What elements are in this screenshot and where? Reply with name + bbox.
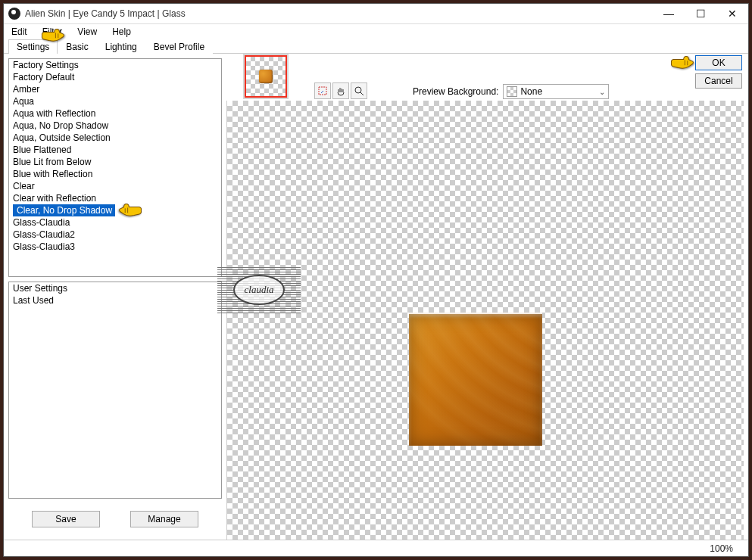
sidebar: Factory SettingsFactory DefaultAmberAqua…: [4, 54, 226, 540]
list-item[interactable]: Amber: [9, 83, 221, 95]
preview-background-control: Preview Background: None ⌄: [413, 84, 609, 99]
list-item[interactable]: Aqua, No Drop Shadow: [9, 120, 221, 132]
thumbnail-strip: [243, 54, 289, 99]
pointer-icon: [669, 54, 695, 70]
hand-tool-icon[interactable]: [332, 82, 349, 99]
preview-bg-swatch: [507, 86, 517, 97]
titlebar: Alien Skin | Eye Candy 5 Impact | Glass …: [4, 4, 748, 24]
list-item[interactable]: Aqua: [9, 95, 221, 107]
svg-line-6: [360, 92, 364, 95]
manage-button[interactable]: Manage: [130, 511, 198, 527]
tab-lighting[interactable]: Lighting: [97, 39, 145, 54]
thumbnail-preview: [259, 70, 273, 83]
window-close-button[interactable]: ✕: [716, 4, 748, 24]
preview-background-label: Preview Background:: [413, 86, 498, 97]
cancel-button[interactable]: Cancel: [695, 73, 742, 89]
dialog-buttons: OK Cancel: [695, 54, 742, 89]
app-icon: [8, 8, 20, 20]
preview-area[interactable]: [226, 101, 744, 540]
right-pane: Preview Background: None ⌄: [226, 54, 748, 540]
window-minimize-button[interactable]: —: [653, 4, 685, 24]
chevron-down-icon: ⌄: [599, 88, 605, 96]
zoom-tool-icon[interactable]: [351, 82, 367, 99]
pointer-icon: [115, 201, 141, 218]
top-strip: Preview Background: None ⌄: [226, 54, 748, 101]
list-item[interactable]: Glass-Claudia2: [9, 229, 221, 241]
list-item[interactable]: Clear: [9, 180, 221, 192]
user-settings-header: User Settings: [9, 282, 221, 294]
list-item[interactable]: Blue Lit from Below: [9, 156, 221, 168]
list-item[interactable]: Glass-Claudia: [9, 216, 221, 229]
preview-object: [409, 313, 542, 446]
list-item[interactable]: Factory Default: [9, 71, 221, 83]
selection-tool-icon[interactable]: [314, 82, 331, 99]
factory-settings-listbox[interactable]: Factory SettingsFactory DefaultAmberAqua…: [8, 58, 222, 277]
list-item[interactable]: Glass-Claudia3: [9, 241, 221, 253]
list-item[interactable]: Last Used: [9, 294, 221, 306]
tabbar: Settings Basic Lighting Bevel Profile: [4, 39, 748, 54]
list-item[interactable]: Clear, No Drop Shadow: [13, 204, 115, 216]
toolbar: [314, 82, 367, 99]
tab-bevel-profile[interactable]: Bevel Profile: [145, 39, 213, 54]
factory-settings-header: Factory Settings: [9, 59, 221, 71]
user-settings-listbox[interactable]: User SettingsLast Used: [8, 282, 222, 499]
app-window: Alien Skin | Eye Candy 5 Impact | Glass …: [3, 3, 749, 557]
save-button[interactable]: Save: [32, 511, 100, 527]
menu-edit[interactable]: Edit: [7, 25, 35, 39]
menu-view[interactable]: View: [70, 25, 105, 39]
zoom-level: 100%: [710, 543, 733, 554]
svg-point-5: [355, 87, 361, 93]
preview-bg-value: None: [520, 86, 542, 97]
menubar: Edit Filter View Help: [4, 24, 748, 39]
status-bar: 100%: [4, 540, 748, 556]
window-maximize-button[interactable]: ☐: [685, 4, 716, 24]
ok-button[interactable]: OK: [695, 55, 742, 70]
thumbnail-selected[interactable]: [245, 55, 287, 98]
menu-help[interactable]: Help: [105, 25, 139, 39]
list-item[interactable]: Blue with Reflection: [9, 168, 221, 180]
window-title: Alien Skin | Eye Candy 5 Impact | Glass: [25, 8, 653, 19]
svg-rect-4: [319, 87, 326, 95]
list-item[interactable]: Aqua, Outside Selection: [9, 132, 221, 144]
preview-background-select[interactable]: None ⌄: [503, 84, 609, 99]
pointer-icon: [40, 26, 66, 43]
main: claudia Factory SettingsFactory DefaultA…: [4, 54, 748, 540]
sidebar-button-row: Save Manage: [8, 503, 222, 535]
list-item[interactable]: Aqua with Reflection: [9, 107, 221, 120]
list-item[interactable]: Blue Flattened: [9, 144, 221, 156]
